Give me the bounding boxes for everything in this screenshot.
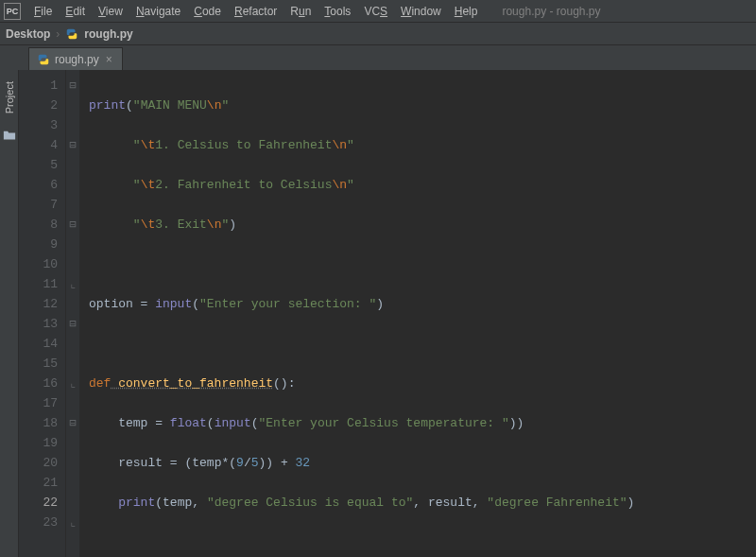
editor-tabs: rough.py × bbox=[0, 45, 756, 70]
tab-label: rough.py bbox=[55, 53, 99, 66]
menu-file[interactable]: File bbox=[28, 3, 58, 20]
breadcrumb: Desktop › rough.py bbox=[0, 23, 756, 45]
code-line: option = input("Enter your selection: ") bbox=[89, 294, 756, 314]
code-line: "\t1. Celsius to Fahrenheit\n" bbox=[89, 135, 756, 155]
toolwindow-project-button[interactable]: Project bbox=[2, 76, 17, 119]
menu-code[interactable]: Code bbox=[188, 3, 227, 20]
code-line: temp = float(input("Enter your Celsius t… bbox=[89, 413, 756, 433]
toolwindow-stripe: Project bbox=[0, 70, 19, 557]
menu-window[interactable]: Window bbox=[395, 3, 447, 20]
menu-navigate[interactable]: Navigate bbox=[130, 3, 186, 20]
fold-gutter[interactable]: ⊟ ⊟ ⊟ ⌞ ⊟ ⌞ ⊟ ⌞ bbox=[66, 70, 79, 557]
menubar: PC File Edit View Navigate Code Refactor… bbox=[0, 0, 756, 23]
tab-rough-py[interactable]: rough.py × bbox=[28, 47, 123, 70]
breadcrumb-file[interactable]: rough.py bbox=[84, 27, 132, 41]
code-line: "\t3. Exit\n") bbox=[89, 215, 756, 235]
python-file-icon bbox=[37, 53, 50, 66]
code-line bbox=[89, 254, 756, 274]
line-number-gutter: 1234567891011121314151617181920212223 bbox=[19, 70, 66, 557]
app-logo-icon: PC bbox=[4, 3, 21, 20]
breadcrumb-root[interactable]: Desktop bbox=[6, 27, 50, 41]
code-line bbox=[89, 532, 756, 552]
menu-help[interactable]: Help bbox=[449, 3, 484, 20]
code-line: def convert_to_fahrenheit(): bbox=[89, 374, 756, 393]
menu-refactor[interactable]: Refactor bbox=[229, 3, 283, 20]
window-title: rough.py - rough.py bbox=[502, 5, 600, 18]
breadcrumb-separator-icon: › bbox=[56, 27, 60, 41]
code-line: "\t2. Fahrenheit to Celsius\n" bbox=[89, 175, 756, 195]
code-line: result = (temp*(9/5)) + 32 bbox=[89, 453, 756, 473]
menu-tools[interactable]: Tools bbox=[318, 3, 356, 20]
code-editor[interactable]: 1234567891011121314151617181920212223 ⊟ … bbox=[19, 70, 756, 557]
menu-view[interactable]: View bbox=[93, 3, 129, 20]
menu-vcs[interactable]: VCS bbox=[358, 3, 393, 20]
code-line bbox=[89, 334, 756, 354]
python-file-icon bbox=[65, 27, 78, 41]
close-icon[interactable]: × bbox=[104, 53, 114, 66]
folder-icon bbox=[3, 129, 16, 142]
code-area[interactable]: print("MAIN MENU\n" "\t1. Celsius to Fah… bbox=[79, 70, 756, 557]
code-line: print(temp, "degree Celsius is equal to"… bbox=[89, 493, 756, 513]
menu-edit[interactable]: Edit bbox=[60, 3, 91, 20]
menu-run[interactable]: Run bbox=[284, 3, 317, 20]
code-line: print("MAIN MENU\n" bbox=[89, 96, 756, 115]
